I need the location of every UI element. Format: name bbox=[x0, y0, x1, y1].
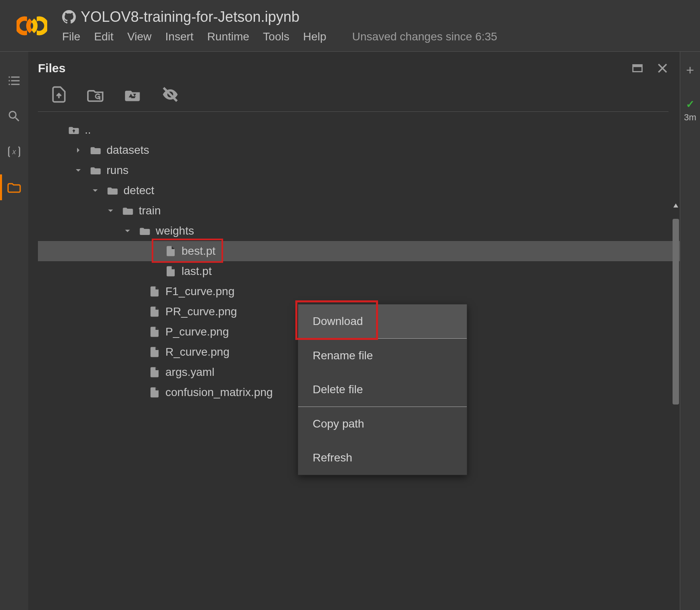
file-icon bbox=[165, 245, 177, 257]
folder-datasets[interactable]: datasets bbox=[38, 140, 680, 160]
drive-icon[interactable] bbox=[124, 86, 142, 103]
file-icon bbox=[165, 265, 177, 277]
ctx-rename[interactable]: Rename file bbox=[298, 339, 467, 373]
runtime-status[interactable]: ✓ 3m bbox=[684, 98, 696, 123]
new-window-icon[interactable] bbox=[631, 61, 644, 75]
file-label: args.yaml bbox=[165, 366, 214, 379]
chevron-down-icon bbox=[90, 186, 100, 195]
close-icon[interactable] bbox=[656, 61, 669, 75]
panel-header: Files bbox=[38, 61, 680, 75]
title-row: YOLOV8-training-for-Jetson.ipynb bbox=[62, 8, 690, 25]
folder-icon bbox=[139, 225, 151, 237]
panel-title: Files bbox=[38, 61, 65, 75]
runtime-text: 3m bbox=[684, 112, 696, 123]
folder-weights[interactable]: weights bbox=[38, 221, 680, 241]
file-label: PR_curve.png bbox=[165, 305, 237, 318]
right-strip: + ✓ 3m bbox=[680, 52, 700, 610]
add-cell-button[interactable]: + bbox=[686, 62, 694, 78]
svg-rect-5 bbox=[633, 65, 642, 67]
svg-text:x: x bbox=[12, 148, 17, 156]
ctx-copy-path[interactable]: Copy path bbox=[298, 407, 467, 441]
ctx-download[interactable]: Download bbox=[298, 304, 467, 338]
file-icon bbox=[148, 306, 161, 318]
variables-icon[interactable]: x bbox=[7, 145, 21, 159]
left-iconbar: x bbox=[0, 52, 28, 610]
menu-view[interactable]: View bbox=[127, 30, 151, 43]
menu-insert[interactable]: Insert bbox=[165, 30, 194, 43]
file-label: confusion_matrix.png bbox=[165, 386, 273, 399]
folder-label: weights bbox=[156, 224, 194, 237]
file-label: best.pt bbox=[182, 245, 215, 258]
folder-icon bbox=[7, 180, 21, 195]
folder-icon bbox=[107, 184, 119, 197]
file-icon bbox=[148, 285, 161, 298]
menu-edit[interactable]: Edit bbox=[94, 30, 113, 43]
file-label: R_curve.png bbox=[165, 346, 230, 358]
github-icon bbox=[62, 10, 76, 24]
parent-dir-label: .. bbox=[85, 124, 91, 136]
parent-dir[interactable]: .. bbox=[38, 120, 680, 140]
file-best-pt[interactable]: best.pt bbox=[38, 241, 680, 261]
chevron-down-icon bbox=[106, 206, 115, 216]
menu-tools[interactable]: Tools bbox=[263, 30, 289, 43]
notebook-title[interactable]: YOLOV8-training-for-Jetson.ipynb bbox=[81, 8, 299, 25]
folder-label: train bbox=[139, 204, 161, 217]
check-icon: ✓ bbox=[686, 98, 695, 111]
folder-icon bbox=[122, 205, 134, 217]
main-area: x Files .. bbox=[0, 52, 700, 610]
file-label: F1_curve.png bbox=[165, 285, 234, 298]
folder-detect[interactable]: detect bbox=[38, 180, 680, 201]
folder-label: datasets bbox=[107, 144, 149, 157]
chevron-right-icon bbox=[73, 145, 83, 155]
folder-train[interactable]: train bbox=[38, 201, 680, 221]
menu-runtime[interactable]: Runtime bbox=[207, 30, 249, 43]
scrollbar[interactable] bbox=[673, 203, 679, 606]
file-label: last.pt bbox=[182, 265, 212, 278]
chevron-down-icon bbox=[73, 166, 83, 175]
title-area: YOLOV8-training-for-Jetson.ipynb File Ed… bbox=[54, 8, 690, 43]
files-toolbar bbox=[38, 75, 669, 112]
file-icon bbox=[148, 326, 161, 338]
chevron-down-icon bbox=[123, 226, 132, 236]
save-status: Unsaved changes since 6:35 bbox=[352, 30, 497, 43]
folder-label: runs bbox=[107, 164, 128, 177]
toc-icon[interactable] bbox=[7, 73, 21, 88]
ctx-delete[interactable]: Delete file bbox=[298, 373, 467, 407]
ctx-refresh[interactable]: Refresh bbox=[298, 441, 467, 475]
file-icon bbox=[148, 386, 161, 398]
folder-runs[interactable]: runs bbox=[38, 160, 680, 180]
file-label: P_curve.png bbox=[165, 325, 229, 338]
folder-icon bbox=[90, 164, 102, 176]
file-f1-curve[interactable]: F1_curve.png bbox=[38, 281, 680, 302]
menu-file[interactable]: File bbox=[62, 30, 80, 43]
menu-bar: File Edit View Insert Runtime Tools Help… bbox=[62, 28, 690, 43]
file-icon bbox=[148, 366, 161, 378]
search-icon[interactable] bbox=[7, 109, 21, 124]
folder-label: detect bbox=[123, 184, 154, 197]
context-menu: Download Rename file Delete file Copy pa… bbox=[298, 304, 467, 475]
refresh-folder-icon[interactable] bbox=[87, 86, 105, 103]
files-tab-active[interactable] bbox=[0, 180, 28, 195]
topbar: YOLOV8-training-for-Jetson.ipynb File Ed… bbox=[0, 0, 700, 52]
colab-logo-icon bbox=[17, 16, 47, 36]
file-icon bbox=[148, 346, 161, 358]
up-folder-icon bbox=[68, 124, 80, 136]
toggle-hidden-icon[interactable] bbox=[161, 86, 179, 103]
menu-help[interactable]: Help bbox=[303, 30, 326, 43]
panel-actions bbox=[631, 61, 669, 75]
file-last-pt[interactable]: last.pt bbox=[38, 261, 680, 281]
folder-icon bbox=[90, 144, 102, 156]
colab-logo[interactable] bbox=[10, 16, 54, 36]
upload-icon[interactable] bbox=[50, 86, 68, 103]
files-panel: Files .. datasets bbox=[28, 52, 680, 610]
